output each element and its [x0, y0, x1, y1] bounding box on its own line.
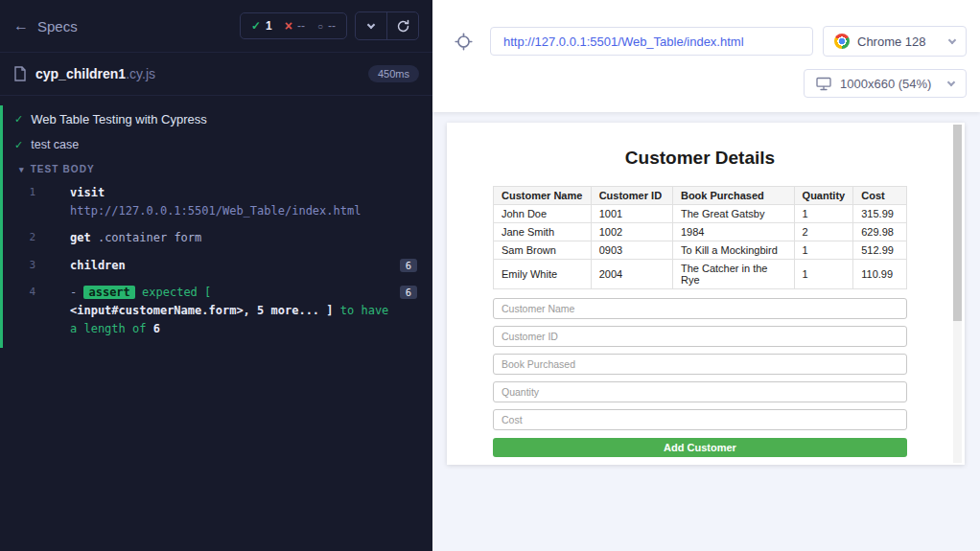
- stat-passed: ✓ 1: [251, 19, 272, 33]
- rerun-tests-button[interactable]: [387, 12, 418, 39]
- table-row: Jane Smith100219842629.98: [494, 223, 907, 241]
- viewport-size-dropdown[interactable]: 1000x660 (54%): [804, 69, 967, 98]
- column-header: Quantity: [794, 187, 853, 205]
- command-message: http://127.0.0.1:5501/Web_Table/index.ht…: [70, 204, 361, 218]
- command-number: 1: [3, 184, 35, 219]
- table-cell: Sam Brown: [494, 241, 592, 260]
- book-purchased-input[interactable]: [493, 354, 907, 375]
- table-row: Sam Brown0903To Kill a Mockingbird1512.9…: [494, 241, 907, 260]
- quantity-input[interactable]: [493, 381, 907, 402]
- table-body: John Doe1001The Great Gatsby1315.99Jane …: [494, 205, 907, 289]
- refresh-icon: [396, 19, 410, 34]
- customer-form: Add Customer: [493, 298, 907, 457]
- assert-message-part: a length of: [70, 322, 146, 335]
- specs-label: Specs: [37, 18, 78, 34]
- column-header: Customer Name: [494, 187, 592, 205]
- suite-title: Web Table Testing with Cypress: [31, 112, 207, 126]
- table-cell: 1001: [591, 205, 672, 223]
- stat-pending: ○ --: [317, 19, 336, 33]
- browser-select-dropdown[interactable]: Chrome 128: [823, 26, 967, 57]
- table-row: Emily White2004The Catcher in the Rye111…: [494, 260, 907, 289]
- test-stats: ✓ 1 × -- ○ --: [240, 12, 347, 39]
- pending-count: --: [328, 19, 336, 33]
- aut-panel: http://127.0.0.1:5501/Web_Table/index.ht…: [432, 0, 980, 551]
- test-title-row[interactable]: ✓ test case: [3, 133, 432, 156]
- stat-failed: × --: [285, 19, 305, 33]
- command-body: - assert expected [ <input#customerName.…: [70, 284, 390, 337]
- runner-controls: [355, 11, 419, 40]
- command-row[interactable]: 3children6: [3, 252, 432, 280]
- command-row[interactable]: 4- assert expected [ <input#customerName…: [3, 279, 432, 342]
- table-cell: 315.99: [853, 205, 907, 223]
- test-body-section-header[interactable]: ▾ TEST BODY: [3, 156, 432, 179]
- table-cell: 629.98: [853, 223, 907, 241]
- command-body: visit http://127.0.0.1:5501/Web_Table/in…: [70, 184, 390, 219]
- back-to-specs-link[interactable]: ← Specs: [13, 17, 78, 34]
- test-check-icon: ✓: [14, 139, 23, 151]
- add-customer-button[interactable]: Add Customer: [493, 438, 907, 457]
- chevron-down-icon: [948, 35, 956, 43]
- table-cell: 1002: [591, 223, 672, 241]
- command-prefix: -: [70, 286, 83, 299]
- assert-message-part: 6: [146, 322, 159, 335]
- monitor-icon: [816, 77, 831, 91]
- url-text: http://127.0.0.1:5501/Web_Table/index.ht…: [503, 34, 744, 49]
- command-number: 3: [3, 257, 35, 275]
- iframe-scrollbar[interactable]: [953, 125, 962, 463]
- selector-playground-button[interactable]: [446, 27, 480, 56]
- reporter-header: ← Specs ✓ 1 × -- ○ --: [0, 0, 432, 53]
- aut-iframe: Customer Details Customer NameCustomer I…: [447, 123, 965, 465]
- command-method: assert: [83, 286, 134, 299]
- passed-count: 1: [266, 19, 272, 33]
- customer-id-input[interactable]: [493, 326, 907, 347]
- command-count-badge: 6: [400, 286, 417, 299]
- crosshair-icon: [455, 33, 473, 51]
- table-cell: John Doe: [494, 205, 592, 223]
- table-cell: 2004: [591, 260, 672, 289]
- spec-header: cyp_children1.cy.js 450ms: [0, 53, 432, 96]
- caret-down-icon: ▾: [19, 165, 25, 174]
- command-row[interactable]: 1visit http://127.0.0.1:5501/Web_Table/i…: [3, 179, 432, 224]
- command-row[interactable]: 2get .container form: [3, 224, 432, 252]
- table-cell: To Kill a Mockingbird: [672, 241, 794, 260]
- table-cell: 1: [794, 241, 853, 260]
- scrollbar-thumb[interactable]: [953, 125, 962, 321]
- cost-input[interactable]: [493, 409, 907, 430]
- collapse-all-button[interactable]: [356, 12, 386, 39]
- form-fields: [493, 298, 907, 430]
- spec-name: cyp_children1: [35, 66, 126, 81]
- table-cell: 1: [794, 205, 853, 223]
- table-cell: 2: [794, 223, 853, 241]
- table-row: John Doe1001The Great Gatsby1315.99: [494, 205, 907, 223]
- command-body: get .container form: [70, 229, 390, 247]
- table-cell: 0903: [591, 241, 672, 260]
- viewport-size-label: 1000x660 (54%): [840, 77, 931, 91]
- cross-icon: ×: [285, 20, 292, 32]
- suite-check-icon: ✓: [14, 113, 23, 126]
- table-cell: The Great Gatsby: [672, 205, 794, 223]
- suite-title-row[interactable]: ✓ Web Table Testing with Cypress: [3, 105, 432, 133]
- command-log: 1visit http://127.0.0.1:5501/Web_Table/i…: [3, 179, 432, 342]
- back-arrow-icon: ←: [13, 17, 29, 34]
- command-method: visit: [70, 186, 105, 199]
- url-bar[interactable]: http://127.0.0.1:5501/Web_Table/index.ht…: [490, 27, 813, 56]
- url-row: http://127.0.0.1:5501/Web_Table/index.ht…: [446, 26, 967, 57]
- cypress-runner: ← Specs ✓ 1 × -- ○ --: [0, 0, 980, 551]
- customer-name-input[interactable]: [493, 298, 907, 319]
- customer-table: Customer NameCustomer IDBook PurchasedQu…: [493, 186, 907, 289]
- command-message: .container form: [91, 231, 202, 244]
- spec-file-name[interactable]: cyp_children1.cy.js: [35, 65, 155, 82]
- table-cell: 110.99: [853, 260, 907, 289]
- check-icon: ✓: [251, 19, 261, 33]
- browser-name: Chrome 128: [857, 34, 926, 49]
- test-title: test case: [31, 138, 79, 151]
- browser-header: http://127.0.0.1:5501/Web_Table/index.ht…: [432, 0, 980, 112]
- command-number: 2: [3, 229, 35, 247]
- chevron-down-icon: [947, 78, 955, 85]
- failed-count: --: [297, 19, 305, 33]
- test-list: ✓ Web Table Testing with Cypress ✓ test …: [0, 96, 432, 551]
- spec-file-icon: [13, 66, 27, 81]
- assert-message-part: to have: [334, 304, 389, 317]
- viewport-row: 1000x660 (54%): [446, 69, 967, 98]
- spec-extension: .cy.js: [126, 66, 155, 81]
